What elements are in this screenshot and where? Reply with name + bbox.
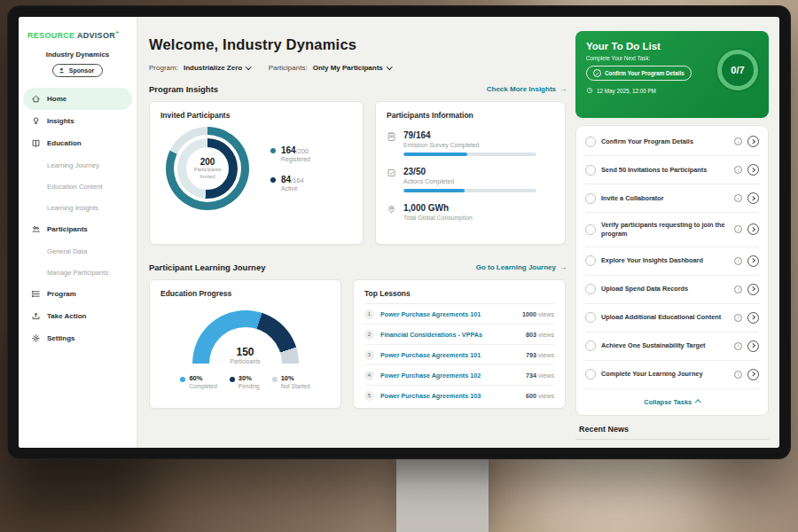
sidebar-item-settings[interactable]: Settings bbox=[23, 327, 132, 349]
learning-journey-cards: Education Progress 150 Participants 60% … bbox=[149, 279, 567, 409]
lesson-link[interactable]: Power Purchase Agreements 101 bbox=[380, 310, 516, 318]
info-icon: i bbox=[734, 371, 742, 379]
go-to-learning-journey-link[interactable]: Go to Learning Journey → bbox=[476, 263, 567, 271]
section-title: Participant Learning Journey bbox=[149, 262, 265, 272]
sidebar-item-insights[interactable]: Insights bbox=[23, 110, 132, 132]
participants-information-card: Participants Information 79/164 Emission… bbox=[375, 101, 566, 245]
lesson-rank: 1 bbox=[364, 309, 374, 319]
sidebar-item-education-content[interactable]: Education Content bbox=[19, 176, 137, 197]
lesson-link[interactable]: Power Purchase Agreements 103 bbox=[380, 392, 520, 400]
legend-not-started: 10% Not Started bbox=[272, 374, 310, 389]
info-icon: i bbox=[734, 286, 742, 293]
chevron-down-icon bbox=[387, 64, 392, 69]
task-chevron-button[interactable] bbox=[747, 192, 759, 204]
todo-summary-card: Your To Do List Complete Your Next Task:… bbox=[575, 31, 769, 118]
task-row[interactable]: Send 50 Invitations to Participants i bbox=[585, 156, 759, 184]
task-checkbox[interactable] bbox=[585, 340, 596, 351]
todo-panel: Your To Do List Complete Your Next Task:… bbox=[575, 17, 776, 448]
task-checkbox[interactable] bbox=[585, 369, 596, 379]
sponsor-badge[interactable]: Sponsor bbox=[52, 64, 103, 77]
task-checkbox[interactable] bbox=[585, 137, 596, 147]
task-chevron-button[interactable] bbox=[747, 312, 759, 324]
collapse-tasks-link[interactable]: Collapse Tasks bbox=[585, 389, 759, 413]
top-lessons-card: Top Lessons 1 Power Purchase Agreements … bbox=[353, 279, 566, 409]
task-row[interactable]: Verify participants requesting to join t… bbox=[585, 213, 759, 247]
sidebar-item-manage-participants[interactable]: Manage Participants bbox=[19, 262, 137, 283]
lesson-views: 734views bbox=[526, 372, 554, 379]
task-chevron-button[interactable] bbox=[747, 223, 759, 235]
lesson-row: 4 Power Purchase Agreements 102 734views bbox=[364, 365, 554, 386]
list-icon bbox=[31, 289, 41, 299]
sidebar-item-program[interactable]: Program bbox=[23, 283, 132, 305]
legend-active: 84/164 Active bbox=[270, 175, 310, 192]
task-row[interactable]: Achieve One Sustainability Target i bbox=[585, 332, 759, 361]
stat-actions-completed: 23/50 Actions Completed bbox=[387, 167, 554, 192]
lesson-link[interactable]: Power Purchase Agreements 101 bbox=[380, 351, 520, 359]
sidebar-item-take-action[interactable]: Take Action bbox=[23, 305, 132, 327]
progress-bar-fill bbox=[403, 153, 467, 156]
book-icon bbox=[31, 138, 41, 148]
participants-filter-label: Participants: bbox=[269, 64, 308, 72]
stat-emission-survey: 79/164 Emission Survey Completed bbox=[387, 130, 554, 156]
sidebar-item-participants[interactable]: Participants bbox=[23, 218, 132, 240]
program-filter-select[interactable]: Industrialize Zero bbox=[184, 64, 251, 72]
bulb-icon bbox=[31, 116, 41, 126]
sidebar-item-home[interactable]: Home bbox=[23, 88, 132, 110]
sidebar-item-learning-insights[interactable]: Learning Insights bbox=[19, 197, 137, 218]
next-task-pill[interactable]: ✓ Confirm Your Program Details bbox=[586, 66, 692, 81]
task-chevron-button[interactable] bbox=[747, 136, 759, 147]
info-icon: i bbox=[734, 166, 742, 174]
stat-global-consumption: 1,000 GWh Total Global Consumption bbox=[387, 203, 554, 225]
task-row[interactable]: Upload Spend Data Records i bbox=[585, 276, 759, 304]
task-chevron-button[interactable] bbox=[747, 255, 759, 267]
chevron-down-icon bbox=[246, 64, 251, 69]
lesson-link[interactable]: Power Purchase Agreements 102 bbox=[380, 372, 520, 379]
donut-center: 200 Participants Invited bbox=[186, 147, 229, 190]
lesson-row: 3 Power Purchase Agreements 101 793views bbox=[364, 345, 554, 365]
legend-pending: 30% Pending bbox=[230, 374, 260, 389]
card-title: Top Lessons bbox=[364, 289, 554, 304]
task-checkbox[interactable] bbox=[585, 255, 596, 266]
task-checkbox[interactable] bbox=[585, 165, 596, 176]
task-checkbox[interactable] bbox=[585, 312, 596, 323]
task-chevron-button[interactable] bbox=[747, 340, 759, 352]
sidebar-item-education[interactable]: Education bbox=[23, 132, 132, 154]
progress-bar-fill bbox=[403, 189, 465, 192]
education-progress-card: Education Progress 150 Participants 60% … bbox=[149, 279, 341, 409]
task-chevron-button[interactable] bbox=[747, 369, 759, 380]
donut-legend: 164/200 Registered 84/164 Active bbox=[270, 145, 310, 192]
task-checkbox[interactable] bbox=[585, 193, 596, 204]
participants-filter-select[interactable]: Only My Participants bbox=[313, 64, 392, 72]
lesson-link[interactable]: Financial Considerations - VPPAs bbox=[380, 331, 520, 339]
sidebar-item-general-data[interactable]: General Data bbox=[19, 240, 137, 262]
pin-icon bbox=[387, 204, 396, 215]
person-icon bbox=[58, 66, 66, 74]
task-chevron-button[interactable] bbox=[747, 164, 759, 176]
task-row[interactable]: Explore Your Insights Dashboard i bbox=[585, 247, 759, 276]
info-icon: i bbox=[734, 137, 742, 145]
task-checkbox[interactable] bbox=[585, 224, 596, 235]
page-title: Welcome, Industry Dynamics bbox=[149, 36, 567, 53]
task-chevron-button[interactable] bbox=[747, 284, 759, 295]
progress-bar bbox=[403, 153, 536, 156]
info-icon: i bbox=[734, 225, 742, 233]
task-checkbox[interactable] bbox=[585, 284, 596, 294]
task-row[interactable]: Confirm Your Program Details i bbox=[585, 128, 759, 156]
sidebar-nav: Home Insights Education Learning Journey… bbox=[19, 88, 137, 349]
card-title: Participants Information bbox=[387, 111, 554, 120]
lesson-rank: 4 bbox=[364, 371, 374, 380]
gauge-legend: 60% Completed 30% Pending 10% Not Starte… bbox=[160, 374, 330, 389]
lesson-rank: 2 bbox=[364, 330, 374, 340]
lesson-row: 5 Power Purchase Agreements 103 600views bbox=[364, 386, 554, 405]
lesson-rank: 5 bbox=[364, 391, 374, 401]
sidebar-item-learning-journey[interactable]: Learning Journey bbox=[19, 154, 137, 176]
check-more-insights-link[interactable]: Check More Insights → bbox=[487, 85, 567, 93]
task-row[interactable]: Invite a Collaborator i bbox=[585, 184, 759, 213]
legend-completed: 60% Completed bbox=[180, 374, 216, 389]
lesson-row: 1 Power Purchase Agreements 101 1000view… bbox=[364, 304, 554, 325]
clipboard-icon bbox=[387, 131, 396, 142]
task-row[interactable]: Complete Your Learning Journey i bbox=[585, 361, 759, 389]
arrow-right-icon: → bbox=[559, 263, 567, 271]
org-name: Industry Dynamics bbox=[19, 51, 137, 59]
task-row[interactable]: Upload Additional Educational Content i bbox=[585, 304, 759, 332]
